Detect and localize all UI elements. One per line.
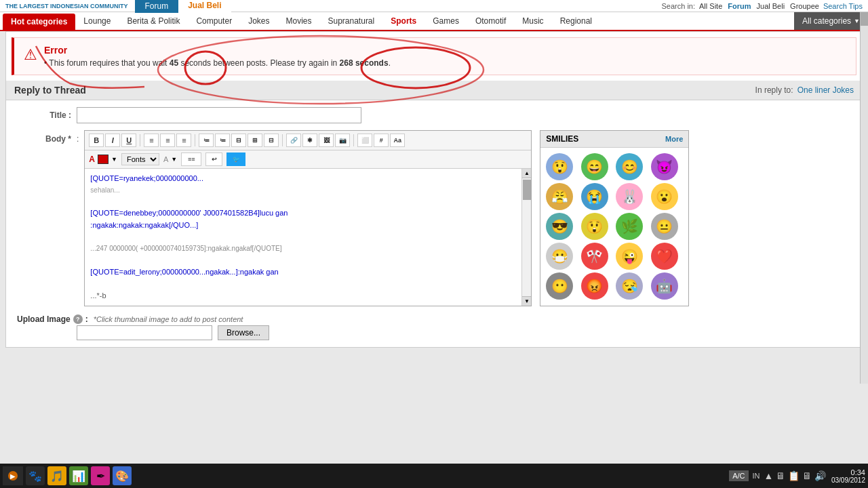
title-input[interactable] (77, 107, 361, 123)
quote-2-text: :ngakak:ngakak:ngakak[/QUO...] (90, 220, 516, 232)
smiley-2[interactable]: 😄 (581, 153, 608, 180)
smilies-more[interactable]: More (665, 135, 683, 143)
smiley-19[interactable]: 😪 (616, 272, 643, 300)
taskbar-app5[interactable]: 🎨 (113, 466, 132, 485)
insert-button-5[interactable]: ⬜ (357, 134, 372, 147)
align-right-button[interactable]: ≡ (176, 134, 191, 147)
editor-scrollbar[interactable]: ▲ ▼ (521, 169, 531, 306)
tab-forum[interactable]: Forum (135, 0, 179, 13)
list-button-4[interactable]: ⊞ (248, 134, 262, 147)
smiley-9[interactable]: 😎 (546, 213, 573, 240)
nav-regional[interactable]: Regional (552, 12, 600, 30)
smiley-10[interactable]: 😲 (581, 213, 608, 240)
quote-1-blur: sehalan... (90, 185, 516, 196)
browse-button[interactable]: Browse... (218, 325, 269, 340)
in-reply-link[interactable]: One liner Jokes (797, 85, 854, 95)
smiley-20[interactable]: 🤖 (651, 272, 678, 300)
insert-button-6[interactable]: # (374, 134, 389, 147)
scroll-down[interactable]: ▼ (522, 296, 531, 306)
smiley-14[interactable]: 🎌 (581, 243, 608, 270)
insert-button-7[interactable]: Aa (390, 134, 405, 147)
separator-4 (353, 134, 354, 146)
taskbar-app1[interactable]: 🐾 (26, 466, 45, 485)
smiley-15[interactable]: 😜 (616, 243, 643, 270)
quote-1: [QUOTE=ryanekek;0000000000... (90, 173, 516, 185)
error-box: ⚠ Error • This forum requires that you w… (12, 37, 856, 75)
smiley-3[interactable]: 😊 (616, 153, 643, 180)
nav-hot-categories[interactable]: Hot categories (3, 14, 75, 30)
taskbar-app2[interactable]: 🎵 (47, 466, 66, 485)
insert-button-1[interactable]: 🔗 (286, 134, 301, 147)
list-button-2[interactable]: ≔ (215, 134, 230, 147)
twitter-btn[interactable]: 🐦 (226, 152, 245, 166)
smiley-6[interactable]: 😭 (581, 183, 608, 210)
editor-textarea[interactable]: [QUOTE=ryanekek;0000000000... sehalan...… (85, 169, 521, 306)
size-label: A (163, 155, 168, 163)
search-forum[interactable]: Forum (728, 2, 751, 10)
smiley-7[interactable]: 🐰 (616, 183, 643, 210)
error-content: Error • This forum requires that you wai… (44, 45, 391, 68)
nav-jokes[interactable]: Jokes (240, 12, 277, 30)
separator-1 (140, 134, 140, 146)
nav-music[interactable]: Music (514, 12, 551, 30)
start-icon: ▶ (7, 470, 18, 481)
error-message: • This forum requires that you wait 45 s… (44, 58, 391, 68)
special-btn-2[interactable]: ↩ (205, 152, 222, 166)
search-allsite[interactable]: All Site (699, 2, 722, 10)
page-scroll-thumb[interactable] (861, 12, 868, 26)
italic-button[interactable]: I (105, 134, 120, 147)
in-reply-label: In reply to: (755, 85, 793, 95)
insert-button-2[interactable]: ✱ (302, 134, 317, 147)
bold-button[interactable]: B (89, 134, 104, 147)
smiley-17[interactable]: 😶 (546, 272, 573, 300)
search-groupee[interactable]: Groupee (790, 2, 819, 10)
smiley-4[interactable]: 😈 (651, 153, 678, 180)
smiley-16[interactable]: ❤️ (651, 243, 678, 270)
page-scrollbar[interactable] (860, 12, 868, 384)
taskbar-app4[interactable]: ✒ (91, 466, 110, 485)
search-jualbeli[interactable]: Jual Beli (757, 2, 785, 10)
list-button-5[interactable]: ⊟ (264, 134, 279, 147)
quote-3: [QUOTE=adit_lerony;000000000...ngakak...… (90, 266, 516, 279)
upload-label: Upload Image ? : (17, 314, 88, 324)
scroll-thumb[interactable] (523, 180, 531, 200)
nav-otomotif[interactable]: Otomotif (467, 12, 514, 30)
nav-lounge[interactable]: Lounge (75, 12, 119, 30)
color-swatch[interactable] (98, 155, 108, 164)
align-center-button[interactable]: ≡ (160, 134, 175, 147)
upload-file-input[interactable] (77, 325, 212, 340)
list-button-1[interactable]: ≔ (199, 134, 214, 147)
list-button-3[interactable]: ⊟ (231, 134, 246, 147)
smiley-5[interactable]: 😤 (546, 183, 573, 210)
nav-games[interactable]: Games (425, 12, 467, 30)
nav-movies[interactable]: Movies (277, 12, 319, 30)
toolbar-row2: A ▼ Fonts A ▼ ≡≡ (85, 150, 531, 169)
smiley-1[interactable]: 😲 (546, 153, 573, 180)
start-button[interactable]: ▶ (3, 466, 23, 485)
nav-berita-politik[interactable]: Berita & Politik (119, 12, 188, 30)
align-left-button[interactable]: ≡ (144, 134, 159, 147)
color-picker[interactable]: A ▼ (89, 155, 117, 164)
smiley-18[interactable]: 😡 (581, 272, 608, 300)
scroll-up[interactable]: ▲ (522, 169, 531, 178)
smiley-8[interactable]: 😮 (651, 183, 678, 210)
smiley-13[interactable]: 😷 (546, 243, 573, 270)
special-btn-1[interactable]: ≡≡ (181, 152, 201, 166)
upload-help-icon[interactable]: ? (73, 314, 83, 324)
nav-supranatural[interactable]: Supranatural (320, 12, 383, 30)
nav-all-categories[interactable]: All categories (794, 12, 868, 30)
tab-jualbeli[interactable]: Jual Beli (178, 0, 231, 13)
smiley-12[interactable]: 😐 (651, 213, 678, 240)
nav-sports[interactable]: Sports (382, 12, 425, 30)
taskbar-time: 0:34 03/09/2012 (831, 468, 865, 484)
underline-button[interactable]: U (121, 134, 136, 147)
font-select[interactable]: Fonts (121, 153, 159, 165)
error-seconds: 268 seconds (340, 58, 389, 68)
size-picker[interactable]: A ▼ (163, 155, 177, 163)
smiley-11[interactable]: 🌿 (616, 213, 643, 240)
search-tips[interactable]: Search Tips (823, 2, 863, 10)
insert-button-3[interactable]: 🖼 (319, 134, 334, 147)
taskbar-app3[interactable]: 📊 (69, 466, 88, 485)
insert-button-4[interactable]: 📷 (335, 134, 350, 147)
nav-computer[interactable]: Computer (188, 12, 240, 30)
